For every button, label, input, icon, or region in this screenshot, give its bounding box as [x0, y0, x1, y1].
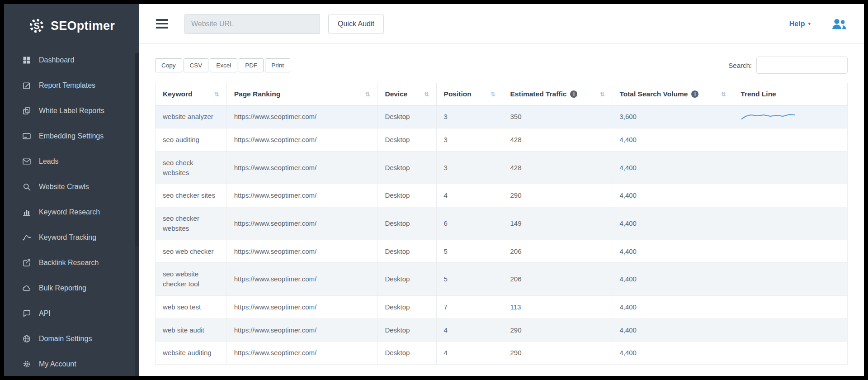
estimated-traffic-cell: 206: [503, 263, 612, 296]
column-header-total-search-volume[interactable]: Total Search Volumei⇅: [612, 83, 733, 105]
page-ranking-cell: https://www.seoptimer.com/: [226, 184, 377, 207]
keyword-cell: seo website checker tool: [156, 263, 227, 296]
page-ranking-cell: https://www.seoptimer.com/: [226, 342, 377, 365]
device-cell: Desktop: [377, 128, 436, 152]
position-cell: 4: [436, 184, 503, 207]
quick-audit-button[interactable]: Quick Audit: [328, 14, 384, 34]
cloud-icon: [22, 284, 31, 293]
sidebar-item-label: Bulk Reporting: [39, 284, 86, 292]
export-excel-button[interactable]: Excel: [210, 58, 237, 72]
position-cell: 4: [436, 342, 503, 365]
keyword-cell: seo checker websites: [156, 207, 227, 240]
speech-icon: [22, 309, 31, 318]
search-icon: [22, 182, 31, 191]
sidebar-item-label: Backlink Research: [39, 259, 99, 267]
export-pdf-button[interactable]: PDF: [239, 58, 264, 72]
sidebar-item-website-crawls[interactable]: Website Crawls: [4, 174, 139, 200]
table-row: seo check websiteshttps://www.seoptimer.…: [156, 151, 848, 184]
sidebar-item-label: Keyword Research: [39, 208, 100, 216]
brand-name: SEOptimer: [51, 19, 115, 33]
export-csv-button[interactable]: CSV: [184, 58, 209, 72]
column-header-keyword[interactable]: Keyword⇅: [156, 83, 227, 105]
keywords-table: Keyword⇅Page Ranking⇅Device⇅Position⇅Est…: [155, 83, 848, 365]
column-label: Page Ranking: [234, 90, 281, 98]
brand-logo[interactable]: SEOptimer: [4, 4, 139, 48]
info-icon[interactable]: i: [570, 90, 577, 98]
sort-icon: ⇅: [424, 91, 429, 98]
sort-icon: ⇅: [365, 91, 370, 98]
envelope-icon: [22, 157, 31, 166]
info-icon[interactable]: i: [691, 90, 698, 98]
estimated-traffic-cell: 290: [503, 184, 612, 207]
keyword-cell: web site audit: [156, 318, 227, 342]
sidebar-item-dashboard[interactable]: Dashboard: [4, 48, 139, 73]
column-header-page-ranking[interactable]: Page Ranking⇅: [226, 83, 377, 105]
sidebar-item-domain-settings[interactable]: Domain Settings: [4, 326, 139, 352]
bar-chart-icon: [22, 208, 31, 217]
sidebar-item-api[interactable]: API: [4, 301, 139, 326]
hamburger-icon: [156, 19, 168, 21]
sidebar-item-report-templates[interactable]: Report Templates: [4, 73, 139, 98]
table-toolbar: CopyCSVExcelPDFPrint Search:: [155, 57, 848, 74]
help-label: Help: [789, 20, 805, 28]
table-row: web site audithttps://www.seoptimer.com/…: [156, 318, 848, 342]
menu-toggle-button[interactable]: [155, 16, 169, 31]
sidebar-item-label: Embedding Settings: [39, 132, 104, 140]
column-header-estimated-traffic[interactable]: Estimated Traffici⇅: [503, 83, 612, 105]
device-cell: Desktop: [377, 295, 436, 318]
sort-icon: ⇅: [214, 91, 219, 98]
sidebar-item-bulk-reporting[interactable]: Bulk Reporting: [4, 276, 139, 301]
globe-icon: [22, 334, 31, 343]
website-url-input[interactable]: [184, 14, 320, 34]
export-copy-button[interactable]: Copy: [155, 58, 182, 72]
estimated-traffic-cell: 428: [503, 128, 612, 152]
total-search-volume-cell: 4,400: [612, 151, 733, 184]
total-search-volume-cell: 4,400: [612, 240, 733, 263]
position-cell: 7: [436, 295, 503, 318]
column-header-position[interactable]: Position⇅: [436, 83, 503, 105]
edit-icon: [22, 81, 31, 90]
table-row: seo checker siteshttps://www.seoptimer.c…: [156, 184, 848, 207]
estimated-traffic-cell: 113: [503, 295, 612, 318]
column-header-device[interactable]: Device⇅: [377, 83, 436, 105]
search-input[interactable]: [756, 57, 848, 74]
trend-line-cell: [733, 151, 848, 184]
position-cell: 3: [436, 151, 503, 184]
column-header-trend-line: Trend Line: [733, 83, 848, 105]
trend-line-cell: [733, 128, 848, 152]
sidebar-menu: DashboardReport TemplatesWhite Label Rep…: [4, 48, 139, 376]
help-menu[interactable]: Help ▾: [789, 20, 811, 28]
estimated-traffic-cell: 290: [503, 318, 612, 342]
sort-icon: ⇅: [721, 91, 726, 98]
trend-line-cell: [733, 240, 848, 263]
topbar: Quick Audit Help ▾: [139, 4, 864, 44]
device-cell: Desktop: [377, 184, 436, 207]
sidebar-item-keyword-research[interactable]: Keyword Research: [4, 200, 139, 225]
sidebar-item-label: Website Crawls: [39, 183, 89, 191]
device-cell: Desktop: [377, 207, 436, 240]
sidebar-item-keyword-tracking[interactable]: Keyword Tracking: [4, 225, 139, 250]
sidebar-item-label: Dashboard: [39, 56, 74, 64]
total-search-volume-cell: 4,400: [612, 342, 733, 365]
sidebar-item-embedding-settings[interactable]: Embedding Settings: [4, 124, 139, 149]
sidebar-item-my-account[interactable]: My Account: [4, 352, 139, 376]
sidebar: SEOptimer DashboardReport TemplatesWhite…: [4, 4, 139, 376]
sort-icon: ⇅: [600, 91, 605, 98]
sidebar-item-leads[interactable]: Leads: [4, 149, 139, 174]
sidebar-item-backlink-research[interactable]: Backlink Research: [4, 250, 139, 276]
keyword-cell: seo checker sites: [156, 184, 227, 207]
page-ranking-cell: https://www.seoptimer.com/: [226, 240, 377, 263]
estimated-traffic-cell: 350: [503, 105, 612, 128]
sidebar-item-label: Report Templates: [39, 81, 95, 90]
account-users-icon[interactable]: [830, 17, 848, 31]
total-search-volume-cell: 4,400: [612, 207, 733, 240]
total-search-volume-cell: 4,400: [612, 263, 733, 296]
sidebar-scrollbar[interactable]: [135, 53, 139, 376]
table-row: website auditinghttps://www.seoptimer.co…: [156, 342, 848, 365]
sidebar-item-label: Domain Settings: [39, 335, 92, 343]
sidebar-item-white-label-reports[interactable]: White Label Reports: [4, 98, 139, 124]
column-label: Device: [385, 90, 407, 98]
export-print-button[interactable]: Print: [265, 58, 290, 72]
total-search-volume-cell: 4,400: [612, 128, 733, 152]
sidebar-scrollbar-thumb[interactable]: [135, 53, 139, 247]
